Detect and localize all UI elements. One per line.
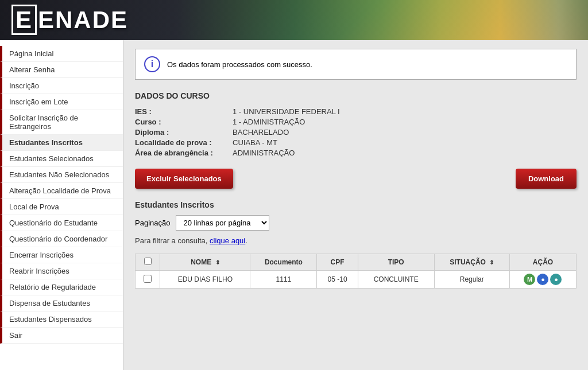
select-all-checkbox[interactable]: [144, 258, 152, 265]
action-buttons-row: Excluir Selecionados Download: [135, 169, 577, 189]
course-value-localidade: CUIABA - MT: [233, 138, 277, 147]
course-label-diploma: Diploma :: [135, 128, 233, 137]
course-row-localidade: Localidade de prova : CUIABA - MT: [135, 138, 577, 147]
action-icon-info[interactable]: ●: [550, 274, 562, 285]
pagination-row: Paginação 10 linhas por página 20 linhas…: [135, 215, 577, 231]
sidebar-item-encerrar-inscricoes[interactable]: Encerrar Inscrições: [0, 247, 123, 263]
sidebar-item-questionario-coordenador[interactable]: Questionário do Coordenador: [0, 231, 123, 247]
exclude-selected-button[interactable]: Excluir Selecionados: [135, 169, 233, 189]
sidebar-item-relatorio-regularidade[interactable]: Relatório de Regularidade: [0, 279, 123, 295]
row-nome: EDU DIAS FILHO: [160, 271, 250, 289]
course-value-area: ADMINISTRAÇÃO: [233, 149, 295, 157]
sidebar-item-solicitar-inscricao[interactable]: Solicitar Inscrição de Estrangeiros: [0, 110, 123, 135]
students-section-title: Estudantes Inscritos: [135, 200, 577, 209]
table-header-row: NOME ⇕ Documento CPF TIPO SITUAÇÃO ⇕ AÇÃ…: [136, 254, 577, 271]
course-section-title: DADOS DO CURSO: [135, 91, 577, 100]
course-value-curso: 1 - ADMINISTRAÇÃO: [233, 118, 305, 126]
filter-link[interactable]: clique aqui: [210, 236, 245, 245]
situacao-sort-icon[interactable]: ⇕: [489, 259, 494, 266]
course-value-ies: 1 - UNIVERSIDADE FEDERAL I: [233, 107, 340, 116]
main-content: i Os dados foram processados com sucesso…: [123, 40, 588, 370]
filter-text: Para filtrar a consulta, clique aqui.: [135, 236, 577, 245]
course-label-localidade: Localidade de prova :: [135, 138, 233, 147]
course-value-diploma: BACHARELADO: [233, 128, 289, 137]
students-table: NOME ⇕ Documento CPF TIPO SITUAÇÃO ⇕ AÇÃ…: [135, 254, 577, 289]
header: EENADE: [0, 0, 588, 40]
row-acao: M ● ●: [509, 271, 576, 289]
sidebar-item-reabrir-inscricoes[interactable]: Reabrir Inscrições: [0, 263, 123, 279]
sidebar-item-estudantes-selecionados[interactable]: Estudantes Selecionados: [0, 151, 123, 167]
pagination-label: Paginação: [135, 219, 170, 227]
sidebar-item-sair[interactable]: Sair: [0, 328, 123, 344]
col-nome: NOME ⇕: [160, 254, 250, 271]
success-message-text: Os dados foram processados com sucesso.: [167, 60, 312, 69]
action-icon-edit[interactable]: ●: [537, 274, 548, 285]
e-letter: E: [11, 5, 37, 35]
sidebar-item-alterar-senha[interactable]: Alterar Senha: [0, 62, 123, 78]
action-icons: M ● ●: [514, 274, 571, 285]
sidebar-item-estudantes-dispensados[interactable]: Estudantes Dispensados: [0, 311, 123, 328]
nome-sort-icon[interactable]: ⇕: [215, 259, 220, 266]
download-button[interactable]: Download: [516, 169, 577, 189]
students-section: Estudantes Inscritos Paginação 10 linhas…: [135, 200, 577, 289]
course-row-area: Área de abrangência : ADMINISTRAÇÃO: [135, 149, 577, 157]
sidebar: Página Inicial Alterar Senha Inscrição I…: [0, 40, 123, 370]
course-label-area: Área de abrangência :: [135, 149, 233, 157]
sidebar-item-inscricao[interactable]: Inscrição: [0, 78, 123, 94]
row-tipo: CONCLUINTE: [358, 271, 434, 289]
course-row-diploma: Diploma : BACHARELADO: [135, 128, 577, 137]
col-situacao: SITUAÇÃO ⇕: [434, 254, 509, 271]
sidebar-item-questionario-estudante[interactable]: Questionário do Estudante: [0, 215, 123, 231]
row-cpf: 05 -10: [317, 271, 358, 289]
course-label-curso: Curso :: [135, 118, 233, 126]
info-icon: i: [144, 56, 160, 72]
sidebar-item-estudantes-inscritos[interactable]: Estudantes Inscritos: [0, 135, 123, 151]
course-label-ies: IES :: [135, 107, 233, 116]
sidebar-item-alteracao-localidade[interactable]: Alteração Localidade de Prova: [0, 183, 123, 199]
app-title: EENADE: [11, 6, 128, 34]
sidebar-item-dispensa-estudantes[interactable]: Dispensa de Estudantes: [0, 295, 123, 311]
col-acao: AÇÃO: [509, 254, 576, 271]
course-data-section: DADOS DO CURSO IES : 1 - UNIVERSIDADE FE…: [135, 91, 577, 157]
sidebar-item-pagina-inicial[interactable]: Página Inicial: [0, 46, 123, 62]
course-row-curso: Curso : 1 - ADMINISTRAÇÃO: [135, 118, 577, 126]
col-cpf: CPF: [317, 254, 358, 271]
main-layout: Página Inicial Alterar Senha Inscrição I…: [0, 40, 588, 370]
col-tipo: TIPO: [358, 254, 434, 271]
row-checkbox[interactable]: [144, 275, 152, 283]
sidebar-item-inscricao-lote[interactable]: Inscrição em Lote: [0, 94, 123, 110]
col-checkbox: [136, 254, 160, 271]
pagination-select[interactable]: 10 linhas por página 20 linhas por págin…: [176, 215, 269, 231]
sidebar-item-local-de-prova[interactable]: Local de Prova: [0, 199, 123, 215]
sidebar-item-estudantes-nao-selecionados[interactable]: Estudantes Não Selecionados: [0, 167, 123, 183]
row-checkbox-cell: [136, 271, 160, 289]
success-message-box: i Os dados foram processados com sucesso…: [135, 49, 577, 80]
course-row-ies: IES : 1 - UNIVERSIDADE FEDERAL I: [135, 107, 577, 116]
row-documento: 1111: [250, 271, 317, 289]
action-icon-m[interactable]: M: [524, 274, 535, 285]
row-situacao: Regular: [434, 271, 509, 289]
col-documento: Documento: [250, 254, 317, 271]
table-row: EDU DIAS FILHO 1111 05 -10 CONCLUINTE Re…: [136, 271, 577, 289]
